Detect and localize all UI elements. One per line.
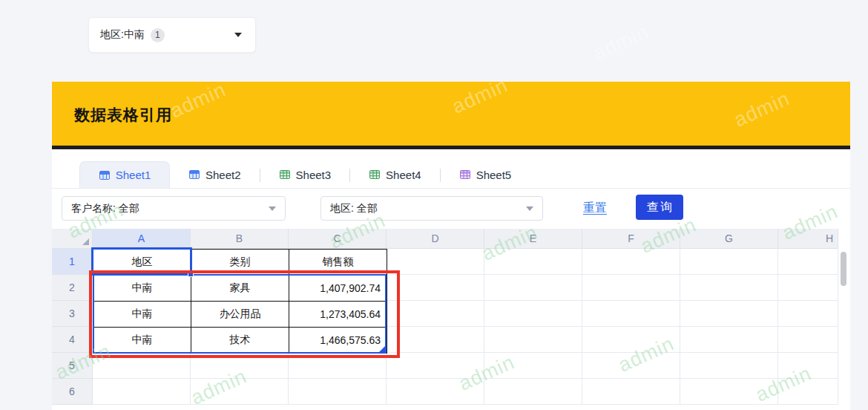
chevron-down-icon bbox=[526, 206, 533, 211]
grid-table-icon bbox=[459, 169, 471, 180]
cell-a3[interactable]: 中南 bbox=[93, 302, 191, 328]
column-header-e[interactable]: E bbox=[484, 229, 582, 249]
cell[interactable] bbox=[191, 379, 289, 405]
cell[interactable] bbox=[484, 275, 582, 301]
cell[interactable] bbox=[484, 353, 582, 379]
cell[interactable] bbox=[680, 379, 778, 405]
column-header-b[interactable]: B bbox=[191, 229, 289, 249]
tab-label: Sheet4 bbox=[386, 169, 421, 181]
cell[interactable] bbox=[93, 353, 191, 379]
tab-sheet5[interactable]: Sheet5 bbox=[441, 161, 530, 188]
cell[interactable] bbox=[582, 301, 680, 327]
vertical-scrollbar[interactable] bbox=[841, 252, 846, 286]
cell-a1[interactable]: 地区 bbox=[93, 250, 191, 276]
cell[interactable] bbox=[680, 249, 778, 275]
cell[interactable] bbox=[289, 379, 387, 405]
banner-underline bbox=[52, 146, 850, 149]
watermark: admin bbox=[590, 20, 652, 65]
customer-filter-value: 客户名称: 全部 bbox=[71, 202, 139, 215]
cell-a4[interactable]: 中南 bbox=[93, 328, 191, 354]
table-row: 中南 技术 1,466,575.63 bbox=[93, 328, 387, 354]
cell[interactable] bbox=[387, 353, 484, 379]
cell[interactable] bbox=[582, 379, 680, 405]
row-header-1[interactable]: 1 bbox=[52, 249, 93, 275]
cell[interactable] bbox=[680, 353, 778, 379]
table-row: 中南 家具 1,407,902.74 bbox=[93, 276, 387, 302]
column-header-f[interactable]: F bbox=[582, 229, 680, 249]
column-header-h[interactable]: H bbox=[778, 229, 838, 249]
row-header-6[interactable]: 6 bbox=[52, 379, 93, 405]
cell[interactable] bbox=[778, 249, 838, 275]
region-filter-value: 地区: 全部 bbox=[330, 202, 378, 215]
query-button[interactable]: 查询 bbox=[636, 195, 683, 220]
cell-b4[interactable]: 技术 bbox=[191, 328, 289, 354]
column-header-c[interactable]: C bbox=[289, 229, 387, 249]
select-all-icon bbox=[82, 238, 89, 245]
cell[interactable] bbox=[387, 301, 484, 327]
cell[interactable] bbox=[680, 301, 778, 327]
cell-b3[interactable]: 办公用品 bbox=[191, 302, 289, 328]
cell[interactable] bbox=[289, 353, 387, 379]
cell[interactable] bbox=[778, 327, 838, 353]
cell[interactable] bbox=[484, 379, 582, 405]
column-header-a[interactable]: A bbox=[93, 229, 191, 249]
cell[interactable] bbox=[387, 249, 484, 275]
cell[interactable] bbox=[582, 249, 680, 275]
data-table: 地区 类别 销售额 中南 家具 1,407,902.74 中南 办公用品 1,2… bbox=[93, 249, 387, 354]
tab-sheet1[interactable]: Sheet1 bbox=[79, 161, 170, 188]
row-header-4[interactable]: 4 bbox=[52, 327, 93, 353]
cell-c4[interactable]: 1,466,575.63 bbox=[289, 328, 387, 354]
cell[interactable] bbox=[93, 379, 191, 405]
cell[interactable] bbox=[778, 275, 838, 301]
tab-sheet3[interactable]: Sheet3 bbox=[260, 161, 350, 188]
cell[interactable] bbox=[680, 275, 778, 301]
tab-label: Sheet5 bbox=[476, 169, 512, 181]
column-header-d[interactable]: D bbox=[387, 229, 484, 249]
row-header-3[interactable]: 3 bbox=[52, 301, 93, 327]
cell-b2[interactable]: 家具 bbox=[191, 276, 289, 302]
tab-sheet2[interactable]: Sheet2 bbox=[170, 161, 260, 188]
filter-count-badge: 1 bbox=[151, 28, 165, 42]
cell-b1[interactable]: 类别 bbox=[191, 250, 289, 276]
cell-c3[interactable]: 1,273,405.64 bbox=[289, 302, 387, 328]
cell[interactable] bbox=[582, 275, 680, 301]
cell[interactable] bbox=[387, 379, 484, 405]
tab-label: Sheet3 bbox=[296, 169, 332, 181]
cell[interactable] bbox=[484, 249, 582, 275]
table-header-row: 地区 类别 销售额 bbox=[93, 250, 387, 276]
region-filter-label: 地区:中南 bbox=[100, 28, 145, 42]
cell[interactable] bbox=[582, 353, 680, 379]
cell[interactable] bbox=[778, 301, 838, 327]
reset-link[interactable]: 重置 bbox=[583, 201, 607, 216]
region-filter-chip[interactable]: 地区:中南 1 bbox=[88, 17, 256, 53]
select-all-corner[interactable] bbox=[52, 229, 93, 249]
tab-sheet4[interactable]: Sheet4 bbox=[350, 161, 440, 188]
cell[interactable] bbox=[387, 327, 484, 353]
cell[interactable] bbox=[387, 275, 484, 301]
content-card: 数据表格引用 Sheet1 Shee bbox=[52, 82, 850, 410]
grid-table-icon bbox=[279, 169, 291, 180]
tab-label: Sheet1 bbox=[116, 169, 151, 181]
cell[interactable] bbox=[778, 379, 838, 405]
cell[interactable] bbox=[484, 327, 582, 353]
table-icon bbox=[188, 169, 200, 180]
page-title: 数据表格引用 bbox=[74, 105, 172, 126]
cell[interactable] bbox=[778, 353, 838, 379]
page: 地区:中南 1 数据表格引用 Sheet1 bbox=[0, 0, 868, 410]
cell[interactable] bbox=[680, 327, 778, 353]
tab-label: Sheet2 bbox=[206, 169, 241, 181]
row-header-5[interactable]: 5 bbox=[52, 353, 93, 379]
grid-row-6: 6 bbox=[52, 379, 850, 405]
fill-handle[interactable] bbox=[188, 271, 194, 277]
cell-a2[interactable]: 中南 bbox=[93, 276, 191, 302]
sheet-tabs: Sheet1 Sheet2 Sheet3 bbox=[52, 162, 850, 189]
cell[interactable] bbox=[582, 327, 680, 353]
region-filter-dropdown[interactable]: 地区: 全部 bbox=[320, 196, 543, 221]
cell-c2[interactable]: 1,407,902.74 bbox=[289, 276, 387, 302]
column-header-g[interactable]: G bbox=[680, 229, 778, 249]
cell-c1[interactable]: 销售额 bbox=[289, 250, 387, 276]
customer-filter-dropdown[interactable]: 客户名称: 全部 bbox=[62, 196, 286, 221]
cell[interactable] bbox=[191, 353, 289, 379]
cell[interactable] bbox=[484, 301, 582, 327]
row-header-2[interactable]: 2 bbox=[52, 275, 93, 301]
